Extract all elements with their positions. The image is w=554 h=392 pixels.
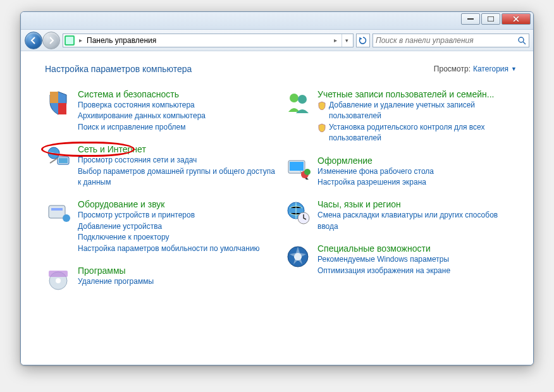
search-input[interactable]	[376, 36, 515, 45]
category-link-system-security[interactable]: Система и безопасность	[78, 89, 179, 99]
breadcrumb-sep-icon: ▸	[332, 37, 339, 44]
control-panel-window: ▸ Панель управления ▸ ▾ Настройка параме…	[20, 11, 534, 365]
address-bar[interactable]: ▸ Панель управления ▸ ▾	[63, 34, 354, 47]
refresh-button[interactable]	[356, 34, 370, 47]
page-title: Настройка параметров компьютера	[45, 64, 192, 74]
view-by-mode[interactable]: Категория	[473, 64, 508, 73]
right-column: Учетные записи пользователей и семейн...…	[285, 89, 517, 303]
view-by-label: Просмотр:	[434, 64, 471, 73]
category-programs: Программы Удаление программы	[45, 266, 277, 292]
category-ease-of-access: Специальные возможности Рекомендуемые Wi…	[285, 243, 517, 276]
category-link-network-internet[interactable]: Сеть и Интернет	[78, 144, 146, 154]
navbar: ▸ Панель управления ▸ ▾	[21, 30, 533, 51]
svg-rect-9	[51, 208, 63, 211]
minimize-button[interactable]	[461, 13, 480, 25]
content-area: Настройка параметров компьютера Просмотр…	[21, 51, 533, 365]
svg-point-15	[298, 95, 307, 104]
category-link-clock-language[interactable]: Часы, язык и регион	[317, 199, 401, 209]
category-link-appearance[interactable]: Оформление	[317, 156, 372, 166]
breadcrumb-root[interactable]: Панель управления	[87, 36, 329, 45]
svg-point-14	[290, 94, 299, 102]
svg-rect-7	[59, 158, 68, 163]
back-button[interactable]	[25, 32, 42, 49]
programs-icon	[45, 266, 71, 292]
ease-of-access-icon	[285, 243, 311, 270]
sublink[interactable]: Изменение фона рабочего стола	[317, 166, 517, 177]
shield-icon	[317, 123, 326, 132]
system-security-icon	[45, 89, 71, 116]
close-button[interactable]	[502, 13, 531, 25]
chevron-down-icon[interactable]: ▼	[511, 66, 517, 72]
sublink[interactable]: Настройка разрешения экрана	[317, 177, 517, 188]
network-internet-icon	[45, 144, 71, 171]
sublink[interactable]: Рекомендуемые Windows параметры	[317, 254, 517, 265]
left-column: Система и безопасность Проверка состояни…	[45, 89, 277, 303]
sublink[interactable]: Оптимизация изображения на экране	[317, 266, 517, 276]
category-user-accounts: Учетные записи пользователей и семейн...…	[285, 89, 517, 144]
titlebar	[21, 12, 533, 30]
category-clock-language-region: Часы, язык и регион Смена раскладки клав…	[285, 199, 517, 232]
sublink[interactable]: Проверка состояния компьютера	[78, 100, 277, 111]
sublink[interactable]: Добавление и удаление учетных записей по…	[329, 100, 517, 122]
category-link-hardware-sound[interactable]: Оборудование и звук	[78, 199, 165, 209]
svg-rect-17	[290, 162, 304, 171]
svg-rect-13	[49, 271, 68, 277]
svg-rect-0	[467, 18, 474, 20]
search-icon[interactable]	[517, 36, 526, 45]
sublink[interactable]: Смена раскладки клавиатуры или других сп…	[317, 210, 517, 232]
sublink[interactable]: Подключение к проектору	[78, 232, 277, 243]
sublink[interactable]: Установка родительского контроля для все…	[329, 122, 517, 144]
svg-point-12	[56, 278, 61, 283]
shield-icon	[317, 101, 326, 110]
svg-point-2	[519, 37, 524, 42]
svg-rect-1	[488, 16, 494, 21]
view-by: Просмотр: Категория ▼	[434, 64, 517, 73]
user-accounts-icon	[285, 89, 311, 116]
category-network-internet: Сеть и Интернет Просмотр состояния сети …	[45, 144, 277, 188]
sublink[interactable]: Настройка параметров мобильности по умол…	[78, 243, 277, 254]
category-link-ease-of-access[interactable]: Специальные возможности	[317, 243, 431, 254]
category-appearance: Оформление Изменение фона рабочего стола…	[285, 156, 517, 188]
sublink[interactable]: Добавление устройства	[78, 221, 277, 232]
sublink[interactable]: Выбор параметров домашней группы и общег…	[78, 166, 277, 188]
category-link-programs[interactable]: Программы	[78, 266, 126, 276]
category-link-user-accounts[interactable]: Учетные записи пользователей и семейн...	[317, 89, 494, 99]
sublink[interactable]: Архивирование данных компьютера	[78, 111, 277, 121]
svg-rect-3	[50, 92, 58, 103]
sublink[interactable]: Удаление программы	[78, 276, 277, 287]
svg-point-19	[304, 169, 311, 175]
address-dropdown[interactable]: ▾	[342, 34, 352, 47]
sublink[interactable]: Просмотр устройств и принтеров	[78, 210, 277, 221]
category-hardware-sound: Оборудование и звук Просмотр устройств и…	[45, 199, 277, 254]
appearance-icon	[285, 156, 311, 182]
search-box[interactable]	[372, 34, 529, 47]
control-panel-icon	[65, 35, 75, 46]
clock-language-region-icon	[285, 199, 311, 226]
category-system-security: Система и безопасность Проверка состояни…	[45, 89, 277, 133]
forward-button[interactable]	[42, 32, 60, 49]
sublink[interactable]: Поиск и исправление проблем	[78, 122, 277, 133]
maximize-button[interactable]	[481, 13, 500, 25]
svg-point-10	[63, 214, 70, 222]
svg-rect-4	[58, 103, 66, 114]
hardware-sound-icon	[45, 199, 71, 226]
sublink[interactable]: Просмотр состояния сети и задач	[78, 155, 277, 166]
svg-rect-8	[49, 205, 65, 218]
breadcrumb-sep-icon: ▸	[77, 37, 84, 44]
